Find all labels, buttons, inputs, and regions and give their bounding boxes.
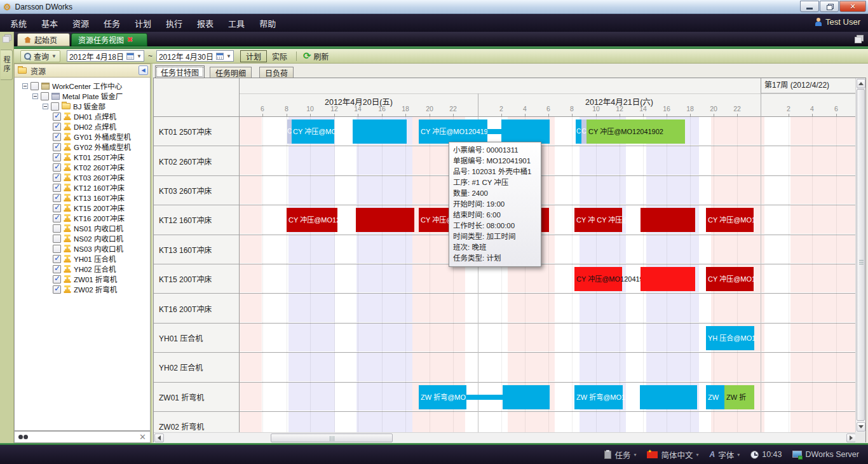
tree-item[interactable]: GY01 外桶成型机 bbox=[15, 132, 150, 142]
task-bar[interactable] bbox=[356, 208, 414, 232]
tree-item[interactable]: ZW02 折弯机 bbox=[15, 284, 150, 294]
task-bar[interactable]: ZW 折弯@MO12041901 bbox=[419, 385, 466, 409]
tree-expander-icon[interactable] bbox=[43, 104, 48, 109]
task-bar[interactable]: ZW 折弯@MO12041901 bbox=[574, 385, 623, 409]
tree-item[interactable]: WorkCenter 工作中心 bbox=[15, 81, 150, 91]
tree-checkbox[interactable] bbox=[53, 113, 61, 121]
menu-item[interactable]: 工具 bbox=[228, 17, 245, 29]
task-bar[interactable]: CY 冲压@MO1 bbox=[706, 267, 754, 291]
tree-checkbox[interactable] bbox=[53, 255, 61, 263]
menu-item[interactable]: 资源 bbox=[72, 17, 89, 29]
tree-checkbox[interactable] bbox=[51, 102, 59, 111]
tree-checkbox[interactable] bbox=[53, 204, 61, 212]
tree-item[interactable]: DH01 点焊机 bbox=[15, 111, 150, 121]
refresh-button[interactable]: ⟳ 刷新 bbox=[301, 50, 332, 62]
task-bar[interactable]: ZW 折 bbox=[724, 385, 754, 409]
scroll-down-button[interactable] bbox=[857, 422, 865, 432]
query-button[interactable]: 查询 ▼ bbox=[20, 50, 60, 62]
menu-item[interactable]: 基本 bbox=[41, 17, 58, 29]
chevron-down-icon[interactable]: ▼ bbox=[226, 53, 231, 59]
date-to-picker[interactable]: 2012年 4月30日 ▼ bbox=[156, 50, 234, 62]
scroll-right-button[interactable] bbox=[846, 433, 856, 442]
tab-home[interactable]: 起始页 bbox=[17, 33, 70, 46]
tab-close-icon[interactable]: ✖ bbox=[127, 36, 133, 44]
chevron-down-icon[interactable]: ▾ bbox=[696, 452, 698, 458]
menu-item[interactable]: 系统 bbox=[10, 17, 27, 29]
statusbar-item[interactable]: 简体中文▾ bbox=[647, 449, 698, 461]
tree-item[interactable]: Metal Plate 钣金厂 bbox=[15, 91, 150, 101]
tree-checkbox[interactable] bbox=[53, 245, 61, 253]
menu-item[interactable]: 任务 bbox=[104, 17, 120, 29]
tree-checkbox[interactable] bbox=[53, 163, 61, 172]
tree-checkbox[interactable] bbox=[53, 133, 61, 141]
task-bar[interactable]: YH 压合@MO1 bbox=[706, 326, 754, 350]
tree-expander-icon[interactable] bbox=[22, 83, 28, 89]
task-bar[interactable]: ZW bbox=[706, 385, 724, 409]
tree-checkbox[interactable] bbox=[53, 224, 61, 233]
task-bar[interactable] bbox=[641, 267, 695, 291]
tree-item[interactable]: GY02 外桶成型机 bbox=[15, 142, 150, 152]
task-bar[interactable] bbox=[353, 119, 407, 144]
task-bar[interactable]: CY 冲压@MO12041901 bbox=[291, 119, 334, 144]
task-bar[interactable]: CY 冲压@MO12041903 bbox=[574, 267, 622, 291]
vertical-scroll-thumb[interactable] bbox=[857, 89, 865, 421]
tree-item[interactable]: NS01 内收口机 bbox=[15, 223, 150, 233]
task-bar[interactable]: C bbox=[576, 119, 581, 144]
chevron-down-icon[interactable]: ▼ bbox=[137, 53, 142, 59]
tree-checkbox[interactable] bbox=[53, 143, 61, 151]
clear-search-icon[interactable]: ✕ bbox=[139, 432, 146, 442]
tree-item[interactable]: KT02 260T冲床 bbox=[15, 162, 150, 172]
task-bar[interactable]: CY 冲 CY 冲压@MO12041904 bbox=[574, 208, 622, 232]
tree-checkbox[interactable] bbox=[53, 235, 61, 243]
tree-item[interactable]: KT01 250T冲床 bbox=[15, 152, 150, 162]
tree-item[interactable]: ZW01 折弯机 bbox=[15, 274, 150, 284]
tab-task-detail[interactable]: 任务明细 bbox=[210, 67, 252, 78]
collapse-panel-button[interactable]: ◀ bbox=[139, 65, 148, 75]
tree-checkbox[interactable] bbox=[41, 92, 49, 100]
task-bar[interactable] bbox=[641, 208, 695, 232]
tree-item[interactable]: DH02 点焊机 bbox=[15, 121, 150, 132]
tree-item[interactable]: KT16 200T冲床 bbox=[15, 213, 150, 223]
tree-checkbox[interactable] bbox=[53, 174, 61, 182]
tree-item[interactable]: KT12 160T冲床 bbox=[15, 182, 150, 193]
chevron-down-icon[interactable]: ▼ bbox=[51, 53, 57, 59]
user-area[interactable]: Test User bbox=[815, 17, 860, 27]
horizontal-scrollbar[interactable] bbox=[154, 432, 857, 443]
tree-checkbox[interactable] bbox=[53, 214, 61, 222]
menu-item[interactable]: 报表 bbox=[197, 17, 214, 29]
tree-checkbox[interactable] bbox=[53, 153, 61, 161]
scroll-up-button[interactable] bbox=[857, 79, 865, 88]
chevron-down-icon[interactable]: ▾ bbox=[737, 452, 740, 458]
tree-item[interactable]: KT03 260T冲床 bbox=[15, 172, 150, 182]
panel-list-icon[interactable] bbox=[3, 34, 11, 42]
tree-item[interactable]: BJ 钣金部 bbox=[15, 101, 150, 111]
tree-checkbox[interactable] bbox=[53, 123, 61, 131]
task-bar[interactable]: CY 冲压@MO1 bbox=[706, 208, 754, 232]
task-bar[interactable] bbox=[640, 385, 697, 409]
tree-checkbox[interactable] bbox=[31, 82, 39, 90]
date-from-picker[interactable]: 2012年 4月18日 ▼ bbox=[67, 50, 144, 62]
statusbar-item[interactable]: 10:43 bbox=[750, 450, 782, 459]
programs-vertical-tab[interactable]: 程序 bbox=[1, 50, 13, 80]
restore-button[interactable] bbox=[820, 1, 839, 12]
actual-toggle-button[interactable]: 实际 bbox=[267, 50, 292, 62]
menu-item[interactable]: 帮助 bbox=[259, 17, 276, 29]
tree-checkbox[interactable] bbox=[53, 265, 61, 273]
scroll-left-button[interactable] bbox=[154, 433, 164, 442]
statusbar-item[interactable]: A字体▾ bbox=[710, 449, 740, 461]
plan-toggle-button[interactable]: 计划 bbox=[240, 50, 267, 62]
tree-item[interactable]: KT13 160T冲床 bbox=[15, 193, 150, 203]
tree-item[interactable]: YH02 压合机 bbox=[15, 264, 150, 274]
tree-item[interactable]: NS03 内收口机 bbox=[15, 243, 150, 254]
tree-search-bar[interactable]: ✕ bbox=[14, 431, 151, 443]
tree-checkbox[interactable] bbox=[53, 184, 61, 192]
menu-item[interactable]: 计划 bbox=[135, 17, 151, 29]
binoculars-icon[interactable] bbox=[18, 434, 28, 440]
tree-item[interactable]: NS02 内收口机 bbox=[15, 233, 150, 243]
close-button[interactable]: ✕ bbox=[839, 1, 866, 12]
tab-gantt-chart[interactable]: 任务甘特图 bbox=[155, 65, 205, 78]
task-bar[interactable]: CY 冲压@MO12041901 bbox=[419, 119, 487, 144]
tab-daily-load[interactable]: 日负荷 bbox=[259, 67, 294, 78]
tree-checkbox[interactable] bbox=[53, 275, 61, 283]
task-bar[interactable]: CY 冲压@MO12041902 bbox=[587, 119, 685, 144]
